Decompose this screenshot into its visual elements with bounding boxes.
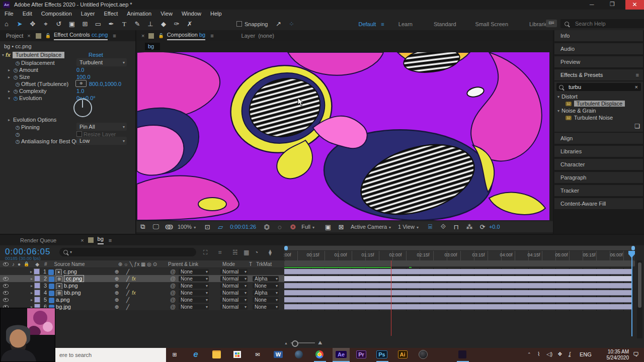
menu-effect[interactable]: Effect — [99, 11, 122, 17]
zoom-slider-handle[interactable] — [292, 340, 298, 347]
frame-blending-icon[interactable]: ☵ — [232, 249, 238, 256]
quality-icon[interactable]: ╱ — [124, 276, 131, 282]
rotate-tool-icon[interactable]: ↺ — [52, 20, 65, 28]
primary-viewer-icon[interactable]: 🖵 — [149, 223, 163, 231]
effect-expand-icon[interactable]: ▾ — [2, 53, 4, 57]
layer-bar-1[interactable] — [284, 269, 632, 275]
layer-row-4[interactable]: ▸ 4 ▨ bb.png ⊕╱ fx @ None▾ Normal▾ Alpha… — [0, 289, 284, 296]
cinema4d-icon[interactable] — [292, 348, 305, 361]
quality-icon[interactable]: ╱ — [124, 297, 131, 303]
resolution-icon[interactable]: ▣ — [321, 223, 335, 231]
parent-pickwhip-icon[interactable]: @ — [170, 304, 176, 310]
task-view-icon[interactable]: ⊞ — [168, 348, 181, 361]
trkmat-column[interactable]: TrkMat — [256, 261, 272, 267]
panel-effects-presets[interactable]: Effects & Presets ≡ — [554, 69, 643, 81]
lock-icon[interactable]: 🔓 — [158, 33, 164, 38]
snapshot-icon[interactable]: ⏣ — [260, 223, 273, 231]
panel-menu-icon[interactable]: ≡ — [210, 33, 213, 39]
file-explorer-icon[interactable] — [210, 348, 223, 361]
exposure-value[interactable]: +0.0 — [489, 224, 500, 230]
fx-badge[interactable]: fx — [132, 290, 136, 296]
trkmat-dropdown[interactable]: None▾ — [253, 283, 279, 289]
tab-project[interactable]: Project — [6, 33, 23, 39]
parent-dropdown[interactable]: None▾ — [179, 276, 209, 282]
selection-tool-icon[interactable]: ➤ — [13, 20, 26, 28]
panel-content-aware-fill[interactable]: Content-Aware Fill — [554, 198, 643, 210]
composition-canvas[interactable] — [137, 52, 549, 220]
quality-icon[interactable]: ╱ — [124, 290, 131, 296]
trkmat-dropdown[interactable]: None▾ — [253, 304, 279, 310]
parent-pickwhip-icon[interactable]: @ — [170, 268, 176, 275]
workspace-small-screen[interactable]: Small Screen — [475, 21, 508, 27]
eye-icon[interactable] — [3, 284, 9, 288]
layer-name[interactable]: bb.png — [64, 290, 81, 296]
microsoft-store-icon[interactable] — [230, 348, 244, 361]
premiere-icon[interactable]: Pr — [355, 348, 368, 361]
layer-row-1[interactable]: ▸ 1 ● c.png ⊕╱ @ None▾ Normal▾ — [0, 268, 284, 275]
displacement-dropdown[interactable]: Turbulent ▾ — [76, 58, 127, 66]
after-effects-icon[interactable]: Ae — [333, 348, 350, 361]
layer-name[interactable]: bg.jpg — [56, 304, 71, 310]
panel-paragraph[interactable]: Paragraph — [554, 172, 643, 184]
composition-tab-close-icon[interactable]: × — [141, 33, 144, 39]
media-encoder-icon[interactable] — [456, 348, 469, 361]
workspace-default[interactable]: Default — [359, 21, 376, 27]
fast-previews-icon[interactable]: ⊠ — [335, 223, 348, 231]
size-value[interactable]: 100.0 — [76, 74, 91, 80]
workspace-menu-icon[interactable]: ≡ — [381, 21, 384, 27]
parent-link-column[interactable]: Parent & Link — [168, 261, 198, 267]
chart-icon[interactable]: ⧫ — [269, 249, 272, 256]
effects-search-input[interactable] — [568, 83, 630, 90]
antialiasing-dropdown[interactable]: Low ▾ — [76, 137, 127, 145]
lock-icon[interactable]: 🔓 — [45, 33, 51, 38]
action-center-icon[interactable]: 🗨 — [633, 351, 639, 358]
effect-reset-button[interactable]: Reset — [89, 52, 103, 58]
layer-bar-5[interactable] — [284, 297, 632, 303]
panel-tracker[interactable]: Tracker — [554, 185, 643, 197]
stopwatch-icon[interactable]: ◷ — [12, 88, 19, 94]
stopwatch-icon[interactable]: ◷ — [12, 96, 19, 101]
property-row-evolution-options[interactable]: ▸ Evolution Options — [8, 116, 56, 123]
volume-icon[interactable]: ◁) — [546, 351, 552, 357]
layer-row-2-selected[interactable]: ▸ 2 ▨ cc.png ⊕╱ fx @ None▾ Normal▾ Alpha… — [0, 275, 284, 282]
offset-target-icon[interactable]: ⊕ — [75, 80, 87, 87]
clock[interactable]: 10:35 AM 5/24/2020 — [600, 349, 629, 361]
stopwatch-icon[interactable]: ◷ — [14, 81, 21, 87]
menu-layer[interactable]: Layer — [76, 11, 100, 17]
menu-window[interactable]: Window — [177, 11, 206, 17]
panel-menu-icon[interactable]: ≡ — [113, 33, 116, 39]
grid-guides-icon[interactable]: ⊡ — [201, 223, 214, 231]
mode-dropdown[interactable]: Normal▾ — [220, 290, 248, 296]
parent-dropdown[interactable]: None▾ — [179, 283, 209, 289]
minimize-icon[interactable]: ─ — [590, 1, 594, 8]
effect-header-row[interactable]: ▾ fx Turbulent Displace Reset — [2, 51, 103, 58]
pen-tray-icon[interactable]: ʆ — [569, 351, 571, 357]
snap-grid-icon[interactable]: ⁘ — [285, 20, 298, 28]
layer-bar-6[interactable] — [284, 304, 632, 310]
effect-item-turbulent-displace[interactable]: 32 Turbulent Displace — [566, 101, 625, 107]
fx-badge[interactable]: fx — [132, 276, 136, 282]
shy-icon[interactable]: ⊕ — [113, 297, 120, 303]
complexity-value[interactable]: 1.0 — [76, 88, 84, 94]
stopwatch-icon[interactable]: ◷ — [12, 67, 19, 73]
mode-dropdown[interactable]: Normal▾ — [220, 276, 248, 282]
amount-value[interactable]: 0.0 — [76, 67, 84, 73]
menu-edit[interactable]: Edit — [18, 11, 37, 17]
eye-icon[interactable] — [3, 277, 9, 281]
panel-info[interactable]: Info — [554, 30, 643, 42]
group-collapse-icon[interactable]: ▾ — [557, 109, 559, 113]
stopwatch-icon[interactable]: ◷ — [14, 125, 21, 130]
layer-name[interactable]: cc.png — [64, 275, 84, 282]
trkmat-dropdown[interactable]: Alpha▾ — [253, 276, 279, 282]
pen-tool-icon[interactable]: ✒ — [105, 20, 118, 28]
effect-item-turbulent-noise[interactable]: 32 Turbulent Noise — [566, 115, 613, 121]
always-preview-icon[interactable]: ⧉ — [136, 223, 149, 231]
evolution-options-expand-icon[interactable]: ▸ — [8, 118, 10, 122]
region-of-interest-icon[interactable]: ▱ — [214, 223, 227, 231]
mail-icon[interactable]: ✉ — [251, 348, 264, 361]
quality-icon[interactable]: ╱ — [124, 269, 131, 275]
size-expand-icon[interactable]: ▸ — [8, 75, 10, 79]
zoom-out-mountain-icon[interactable]: ▲ — [284, 341, 288, 345]
home-icon[interactable]: ⌂ — [0, 20, 13, 28]
panel-align[interactable]: Align — [554, 133, 643, 145]
